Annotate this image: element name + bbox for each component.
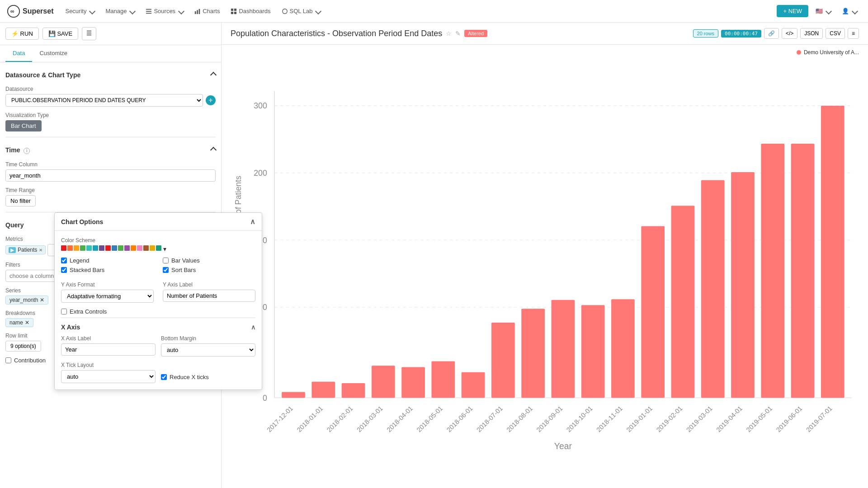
more-button[interactable]: ≡ [848, 28, 859, 39]
row-limit-button[interactable]: 9 option(s) [5, 341, 41, 352]
series-tag[interactable]: year_month ✕ [5, 296, 48, 305]
time-info-icon: i [24, 148, 30, 154]
x-axis-header[interactable]: X Axis ∧ [61, 324, 222, 331]
nav-sqllab[interactable]: SQL Lab [277, 5, 326, 17]
right-checkboxes: Bar Values Sort Bars [163, 257, 222, 276]
stacked-bars-checkbox[interactable] [61, 267, 67, 273]
language-selector[interactable]: 🇺🇸 [812, 6, 835, 16]
extra-controls-checkbox-label[interactable]: Extra Controls [61, 308, 222, 315]
svg-rect-30 [311, 382, 335, 398]
nav-charts[interactable]: Charts [190, 5, 224, 17]
datasource-select[interactable]: PUBLIC.OBSERVATION PERIOD END DATES QUER… [5, 94, 203, 107]
reduce-x-ticks-checkbox[interactable] [161, 374, 167, 380]
swatch-6 [93, 245, 98, 251]
time-section-title: Time i [5, 146, 30, 154]
metrics-tag[interactable]: ▶ Patients ✕ [5, 245, 46, 254]
svg-rect-4 [146, 13, 151, 14]
query-section-title: Query [5, 221, 24, 229]
options-button[interactable] [82, 27, 96, 40]
time-range-button[interactable]: No filter [5, 195, 36, 206]
charts-label: Charts [203, 8, 220, 14]
contribution-checkbox[interactable] [5, 357, 11, 363]
time-section-header[interactable]: Time i [5, 143, 216, 158]
time-range-label: Time Range [5, 187, 216, 193]
breakdowns-tag-close[interactable]: ✕ [25, 319, 29, 326]
chart-title-row: Population Characteristics - Observation… [231, 29, 487, 38]
svg-rect-31 [342, 383, 365, 398]
datasource-section-header[interactable]: Datasource & Chart Type [5, 68, 216, 82]
svg-text:2019-06-01: 2019-06-01 [775, 404, 804, 433]
bar-values-label: Bar Values [171, 257, 200, 264]
series-tag-label: year_month [9, 297, 38, 303]
datasource-group: Datasource PUBLIC.OBSERVATION PERIOD END… [5, 86, 216, 107]
stacked-bars-checkbox-label[interactable]: Stacked Bars [61, 267, 154, 273]
extra-controls-checkbox[interactable] [61, 309, 67, 314]
color-scheme-dropdown[interactable]: ▾ [163, 245, 166, 253]
star-icon[interactable]: ☆ [446, 30, 452, 37]
svg-text:2018-08-01: 2018-08-01 [505, 404, 534, 433]
save-button[interactable]: 💾 SAVE [42, 28, 78, 40]
brand-logo[interactable]: ∞ Superset [7, 5, 53, 18]
user-menu[interactable]: 👤 [838, 6, 861, 16]
add-datasource-button[interactable]: + [206, 95, 216, 105]
csv-button[interactable]: CSV [826, 28, 845, 39]
breakdowns-tag[interactable]: name ✕ [5, 318, 33, 327]
breakdowns-tag-label: name [9, 319, 23, 326]
time-badge: 00:00:00:47 [721, 30, 761, 38]
edit-icon[interactable]: ✎ [455, 30, 461, 37]
nav-dashboards[interactable]: Dashboards [226, 5, 275, 17]
svg-text:2018-02-01: 2018-02-01 [326, 404, 354, 433]
swatch-8 [105, 245, 111, 251]
legend-checkbox-label[interactable]: Legend [61, 257, 154, 264]
viz-type-button[interactable]: Bar Chart [5, 120, 42, 131]
tab-data[interactable]: Data [5, 45, 32, 62]
json-button[interactable]: JSON [800, 28, 823, 39]
swatch-3 [74, 245, 79, 251]
x-tick-layout-select[interactable]: auto [61, 370, 156, 383]
main-container: ⚡ RUN 💾 SAVE Data Customize Dataso [0, 23, 868, 488]
reduce-x-ticks-label[interactable]: Reduce X ticks [161, 374, 209, 380]
series-tag-close[interactable]: ✕ [40, 297, 44, 303]
navbar: ∞ Superset Security Manage Sources Chart… [0, 0, 868, 23]
sort-bars-checkbox[interactable] [163, 267, 169, 273]
swatch-2 [67, 245, 73, 251]
swatch-15 [150, 245, 155, 251]
nav-sources[interactable]: Sources [141, 5, 188, 17]
tag-arrow: ▶ [9, 247, 16, 253]
sqllab-chevron [315, 8, 321, 14]
bar-values-checkbox-label[interactable]: Bar Values [163, 257, 222, 264]
swatch-7 [99, 245, 104, 251]
metrics-tag-close[interactable]: ✕ [39, 248, 42, 253]
tab-customize[interactable]: Customize [32, 45, 74, 62]
link-button[interactable]: 🔗 [764, 28, 779, 39]
rows-badge: 20 rows [693, 29, 719, 38]
time-range-group: Time Range No filter [5, 187, 216, 206]
svg-rect-43 [701, 180, 725, 398]
left-panel: ⚡ RUN 💾 SAVE Data Customize Dataso [0, 23, 222, 488]
right-panel: Population Characteristics - Observation… [222, 23, 868, 488]
dashboards-label: Dashboards [239, 8, 270, 14]
x-axis-label-input[interactable] [61, 343, 156, 356]
new-button[interactable]: + NEW [777, 5, 808, 17]
chart-actions: 20 rows 00:00:00:47 🔗 </> JSON CSV ≡ [693, 28, 859, 39]
sort-bars-label: Sort Bars [171, 267, 196, 273]
svg-rect-8 [231, 8, 233, 10]
run-button[interactable]: ⚡ RUN [5, 28, 39, 40]
time-column-select[interactable]: year_month [5, 169, 216, 182]
time-chevron [210, 147, 217, 153]
reduce-x-ticks-text: Reduce X ticks [170, 374, 209, 380]
code-button[interactable]: </> [782, 28, 797, 39]
legend-checkbox[interactable] [61, 258, 67, 263]
svg-text:2019-07-01: 2019-07-01 [805, 404, 834, 433]
legend-dot [797, 50, 801, 55]
y-axis-format-select[interactable]: Adaptative formating [61, 290, 154, 303]
sort-bars-checkbox-label[interactable]: Sort Bars [163, 267, 222, 273]
svg-rect-42 [671, 206, 695, 398]
y-axis-format-col: Y Axis Format Adaptative formating [61, 282, 154, 303]
nav-manage[interactable]: Manage [101, 5, 139, 17]
svg-rect-40 [611, 299, 635, 398]
bottom-margin-select[interactable]: auto [161, 343, 222, 357]
y-axis-label-input[interactable] [163, 290, 222, 302]
bar-values-checkbox[interactable] [163, 258, 169, 263]
nav-security[interactable]: Security [61, 5, 99, 17]
